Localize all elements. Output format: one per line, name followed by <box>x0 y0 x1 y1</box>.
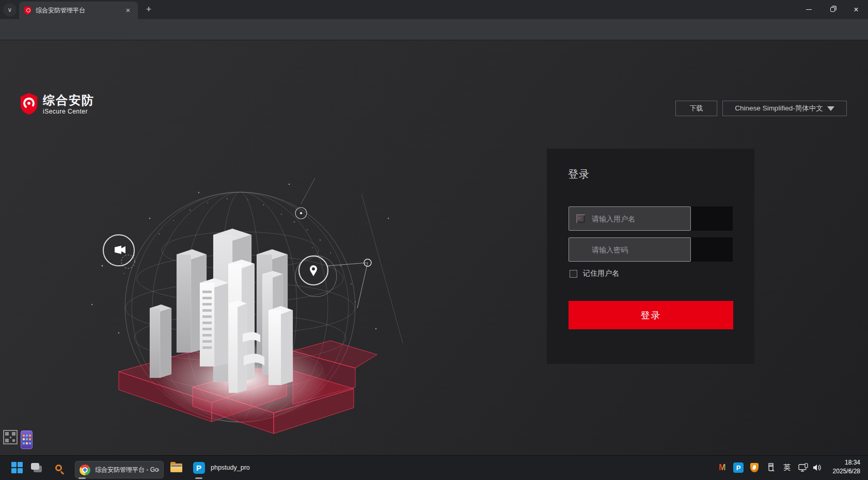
tab-active[interactable]: 综合安防管理平台 × <box>19 2 138 19</box>
network-monitor-icon <box>798 463 809 472</box>
tray-usb-button[interactable] <box>765 459 778 476</box>
qr-code-icon[interactable] <box>3 430 18 444</box>
phpstudy-icon: P <box>193 462 205 474</box>
tray-gmail-button[interactable]: M <box>716 459 729 476</box>
username-field-dark-panel <box>691 206 733 231</box>
tab-favicon-shield-icon <box>24 7 31 14</box>
username-row <box>569 206 733 231</box>
chrome-window-label: 综合安防管理平台 - Goc <box>95 466 159 474</box>
taskbar-phpstudy-button[interactable]: P <box>191 459 207 476</box>
tab-title: 综合安防管理平台 <box>36 6 123 15</box>
tab-strip: ∨ 综合安防管理平台 × + × <box>0 0 868 19</box>
shield-flame-icon <box>750 463 759 472</box>
tray-firewall-button[interactable] <box>748 459 761 476</box>
chrome-running-indicator <box>78 477 86 479</box>
tray-ime-button[interactable]: 英 <box>780 459 794 476</box>
username-input[interactable] <box>569 206 691 231</box>
clock-time: 18:34 <box>824 458 860 467</box>
login-title: 登录 <box>568 167 590 181</box>
clock-date: 2025/6/28 <box>824 467 860 476</box>
remember-checkbox[interactable] <box>570 270 577 278</box>
search-icon <box>55 465 62 471</box>
logo-subtitle: iSecure Center <box>43 108 94 115</box>
speaker-icon <box>813 463 823 472</box>
username-avatar-icon <box>576 214 585 223</box>
gmail-icon: M <box>719 463 725 472</box>
window-close-button[interactable]: × <box>844 0 868 19</box>
mobile-app-icon[interactable] <box>21 430 33 449</box>
window-restore-button[interactable] <box>820 0 844 19</box>
phpstudy-window-label[interactable]: phpstudy_pro <box>211 459 250 476</box>
new-tab-button[interactable]: + <box>143 4 155 16</box>
minimize-icon <box>806 9 812 10</box>
download-button[interactable]: 下载 <box>675 101 717 116</box>
usb-icon <box>767 463 776 472</box>
password-input[interactable] <box>569 237 691 262</box>
browser-window: ∨ 综合安防管理平台 × + × ← → ↻ ⌂ i localhost ☆ %… <box>0 0 868 480</box>
search-button[interactable] <box>50 459 67 476</box>
file-explorer-button[interactable] <box>168 459 184 476</box>
windows-logo-icon <box>11 462 23 473</box>
task-view-button[interactable] <box>29 459 46 476</box>
start-button[interactable] <box>9 459 25 476</box>
tray-network-button[interactable] <box>797 459 810 476</box>
logo-shield-icon <box>19 92 39 116</box>
phpstudy-tray-icon: P <box>733 462 744 473</box>
login-page: 综合安防 iSecure Center 下载 Chinese Simplifie… <box>0 40 868 455</box>
language-label: Chinese Simplified-简体中文 <box>735 104 823 113</box>
password-field-dark-panel <box>691 237 733 262</box>
password-row <box>569 237 733 262</box>
logo-title: 综合安防 <box>43 93 94 107</box>
ime-language-label: 英 <box>783 463 791 472</box>
login-panel: 登录 记住用户名 登录 <box>547 149 754 364</box>
city-globe-illustration <box>72 173 413 436</box>
taskbar-chrome-window-button[interactable]: 综合安防管理平台 - Goc <box>75 461 164 478</box>
login-submit-button[interactable]: 登录 <box>569 301 733 329</box>
tray-volume-button[interactable] <box>811 459 824 476</box>
language-selector[interactable]: Chinese Simplified-简体中文 <box>722 101 847 116</box>
taskbar-clock[interactable]: 18:34 2025/6/28 <box>824 458 860 478</box>
folder-icon <box>170 463 182 472</box>
window-minimize-button[interactable] <box>797 0 820 19</box>
browser-toolbar: ← → ↻ ⌂ i localhost ☆ %2▦3✈oo→▥◆★ ⋮ <box>0 19 868 40</box>
tab-close-icon[interactable]: × <box>123 6 133 15</box>
remember-label: 记住用户名 <box>583 269 619 278</box>
task-view-icon <box>31 463 39 470</box>
tray-phpstudy-button[interactable]: P <box>732 459 745 476</box>
remember-username-row: 记住用户名 <box>570 269 619 278</box>
restore-icon <box>830 7 835 12</box>
chrome-icon <box>80 465 90 475</box>
phpstudy-running-indicator <box>195 477 202 479</box>
site-logo: 综合安防 iSecure Center <box>19 92 94 116</box>
chevron-down-icon <box>827 106 834 111</box>
tab-search-button[interactable]: ∨ <box>3 3 17 17</box>
